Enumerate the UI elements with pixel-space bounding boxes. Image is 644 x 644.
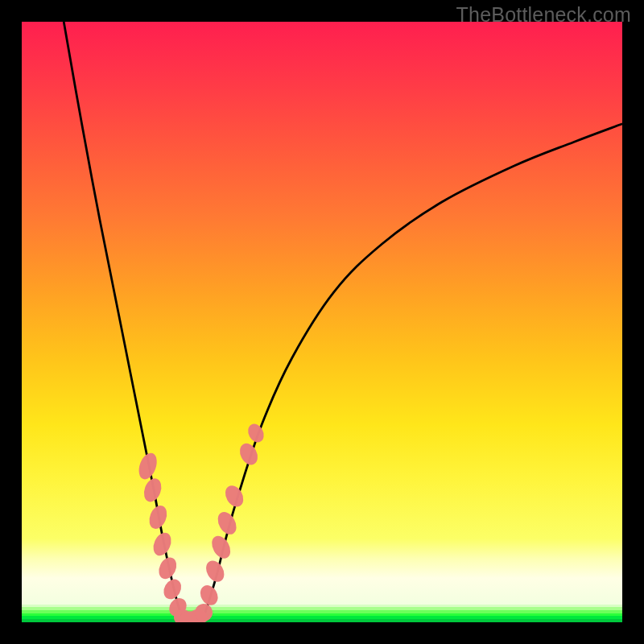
data-point-blob [245, 421, 266, 445]
data-point-blob [146, 503, 170, 531]
data-point-blob [237, 440, 262, 468]
data-point-blob [214, 509, 240, 538]
curve-left-branch [64, 22, 184, 622]
chart-svg [22, 22, 622, 622]
data-point-blob [221, 482, 246, 510]
curve-right-branch [202, 124, 622, 622]
data-point-blob [141, 476, 164, 504]
plot-area [22, 22, 622, 622]
data-point-blob [208, 533, 234, 562]
data-point-blob [150, 530, 174, 559]
data-point-blobs [135, 421, 266, 622]
outer-frame: TheBottleneck.com [0, 0, 644, 644]
watermark-text: TheBottleneck.com [456, 3, 631, 27]
data-point-blob [203, 557, 228, 584]
data-point-blob [155, 555, 180, 582]
data-point-blob [135, 451, 159, 482]
